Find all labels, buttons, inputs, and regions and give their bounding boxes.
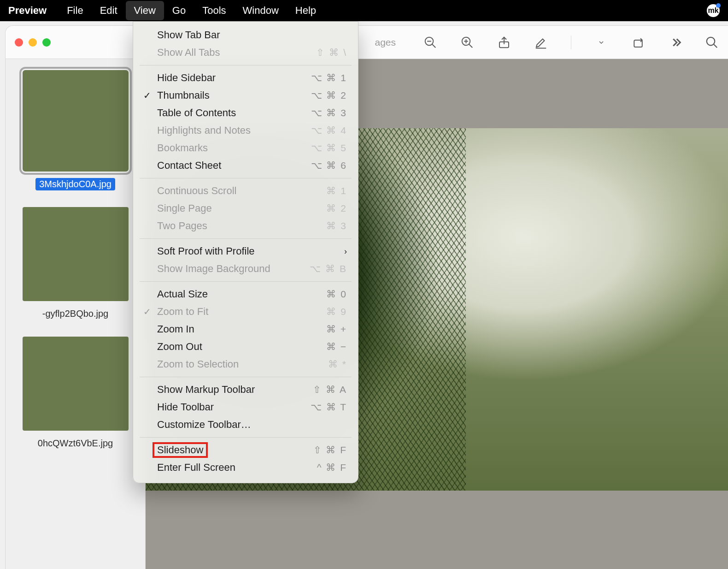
menu-option-label: Show Markup Toolbar — [157, 384, 255, 396]
menu-option-zoom-to-selection: Zoom to Selection⌘ * — [133, 356, 358, 373]
menu-shortcut: ⌘ * — [328, 359, 347, 370]
menu-separator — [140, 178, 352, 178]
mic-status-icon[interactable]: mk — [707, 4, 720, 17]
svg-line-1 — [432, 44, 436, 47]
zoom-in-icon[interactable] — [460, 36, 474, 49]
menu-shortcut: ⌘ 9 — [326, 306, 347, 317]
menu-shortcut: ⌥ ⌘ 1 — [311, 72, 347, 83]
menu-option-label: Show Image Background — [157, 263, 270, 275]
window-toolbar — [423, 36, 719, 49]
menu-help[interactable]: Help — [287, 1, 324, 20]
menu-edit[interactable]: Edit — [92, 1, 126, 20]
thumbnail-item[interactable]: -gyflp2BQbo.jpg — [13, 207, 138, 320]
thumbnail-item[interactable]: 0hcQWzt6VbE.jpg — [13, 337, 138, 450]
menu-shortcut: ⌘ 1 — [326, 185, 347, 196]
menu-option-customize-toolbar[interactable]: Customize Toolbar… — [133, 416, 358, 433]
menu-option-label: Highlights and Notes — [157, 124, 251, 136]
menu-option-slideshow[interactable]: Slideshow⇧ ⌘ F — [133, 441, 358, 459]
zoom-out-icon[interactable] — [423, 36, 437, 49]
svg-line-11 — [714, 44, 717, 47]
menu-shortcut: ⇧ ⌘ A — [313, 384, 347, 395]
thumbnail-image — [23, 207, 129, 301]
menu-option-zoom-to-fit: Zoom to Fit⌘ 9 — [133, 303, 358, 320]
menu-shortcut: ^ ⌘ F — [317, 462, 347, 473]
menu-option-label: Zoom Out — [157, 341, 202, 353]
menu-option-show-tab-bar[interactable]: Show Tab Bar — [133, 26, 358, 44]
menu-separator — [140, 437, 352, 438]
menu-shortcut: ⇧ ⌘ F — [313, 445, 347, 456]
markup-icon[interactable] — [534, 36, 548, 49]
menu-shortcut: ⌘ + — [326, 324, 347, 335]
menu-option-label: Hide Toolbar — [157, 401, 214, 413]
menu-option-continuous-scroll: Continuous Scroll⌘ 1 — [133, 182, 358, 200]
menu-option-zoom-in[interactable]: Zoom In⌘ + — [133, 320, 358, 338]
menu-option-hide-toolbar[interactable]: Hide Toolbar⌥ ⌘ T — [133, 398, 358, 416]
menu-option-label: Bookmarks — [157, 142, 208, 154]
menu-option-soft-proof-with-profile[interactable]: Soft Proof with Profile› — [133, 243, 358, 260]
menu-shortcut: ⌘ 2 — [326, 203, 347, 214]
rotate-icon[interactable] — [631, 36, 645, 49]
menu-option-enter-full-screen[interactable]: Enter Full Screen^ ⌘ F — [133, 459, 358, 476]
menu-option-label: Single Page — [157, 202, 212, 214]
menu-items: FileEditViewGoToolsWindowHelp — [59, 1, 324, 20]
menu-option-thumbnails[interactable]: Thumbnails⌥ ⌘ 2 — [133, 87, 358, 104]
menu-option-single-page: Single Page⌘ 2 — [133, 200, 358, 217]
menu-option-two-pages: Two Pages⌘ 3 — [133, 217, 358, 235]
thumbnail-image — [23, 70, 129, 172]
thumbnail-caption: -gyflp2BQbo.jpg — [39, 308, 112, 320]
toolbar-divider — [571, 36, 571, 49]
menubar-status: mk — [707, 4, 720, 17]
menu-option-show-image-background: Show Image Background⌥ ⌘ B — [133, 260, 358, 278]
menu-option-table-of-contents[interactable]: Table of Contents⌥ ⌘ 3 — [133, 104, 358, 122]
menu-separator — [140, 377, 352, 377]
menu-shortcut: ⌥ ⌘ 2 — [311, 90, 347, 101]
menu-option-label: Soft Proof with Profile — [157, 245, 255, 257]
menu-option-label: Actual Size — [157, 288, 208, 300]
window-subtitle: ages — [375, 37, 396, 48]
search-icon[interactable] — [705, 36, 719, 49]
menu-file[interactable]: File — [59, 1, 91, 20]
menu-tools[interactable]: Tools — [194, 1, 234, 20]
menu-shortcut: ⌥ ⌘ 5 — [311, 142, 347, 154]
menu-option-label: Table of Contents — [157, 107, 236, 119]
minimize-window-button[interactable] — [29, 38, 37, 47]
menu-option-label: Customize Toolbar… — [157, 419, 251, 431]
menu-shortcut: ⌥ ⌘ B — [310, 263, 347, 274]
menu-view[interactable]: View — [126, 1, 164, 20]
svg-point-10 — [707, 37, 715, 45]
menu-shortcut: ⇧ ⌘ \ — [316, 47, 347, 58]
system-menubar: Preview FileEditViewGoToolsWindowHelp mk — [0, 0, 728, 21]
zoom-window-button[interactable] — [42, 38, 51, 47]
menu-option-contact-sheet[interactable]: Contact Sheet⌥ ⌘ 6 — [133, 157, 358, 174]
share-icon[interactable] — [497, 36, 511, 49]
menu-option-label: Thumbnails — [157, 89, 210, 101]
window-controls — [15, 38, 51, 47]
more-icon[interactable] — [668, 36, 682, 49]
window-titlebar: ages — [6, 26, 728, 59]
thumbnail-item[interactable]: 3MskhjdoC0A.jpg — [13, 70, 138, 190]
menu-go[interactable]: Go — [164, 1, 194, 20]
menu-option-label: Zoom to Fit — [157, 306, 208, 318]
menu-option-label: Continuous Scroll — [157, 185, 236, 197]
menu-option-label: Two Pages — [157, 220, 207, 232]
menu-shortcut: ⌘ − — [326, 341, 347, 352]
menu-option-bookmarks: Bookmarks⌥ ⌘ 5 — [133, 139, 358, 157]
close-window-button[interactable] — [15, 38, 23, 47]
view-menu-dropdown: Show Tab BarShow All Tabs⇧ ⌘ \Hide Sideb… — [133, 21, 358, 483]
menu-option-zoom-out[interactable]: Zoom Out⌘ − — [133, 338, 358, 356]
dropdown-chevron-icon[interactable] — [594, 36, 608, 49]
menu-separator — [140, 238, 352, 239]
menu-separator — [140, 281, 352, 282]
menu-option-show-markup-toolbar[interactable]: Show Markup Toolbar⇧ ⌘ A — [133, 381, 358, 398]
menu-window[interactable]: Window — [235, 1, 287, 20]
app-name: Preview — [8, 5, 47, 17]
chevron-right-icon: › — [344, 247, 347, 256]
menu-shortcut: ⌥ ⌘ T — [311, 402, 347, 413]
menu-shortcut: ⌥ ⌘ 4 — [311, 125, 347, 136]
menu-option-actual-size[interactable]: Actual Size⌘ 0 — [133, 285, 358, 303]
thumbnail-caption: 0hcQWzt6VbE.jpg — [34, 437, 117, 450]
svg-line-4 — [469, 44, 473, 47]
menu-option-hide-sidebar[interactable]: Hide Sidebar⌥ ⌘ 1 — [133, 69, 358, 87]
thumbnails-sidebar[interactable]: 3MskhjdoC0A.jpg-gyflp2BQbo.jpg0hcQWzt6Vb… — [6, 59, 146, 569]
preview-window: ages — [6, 26, 728, 569]
